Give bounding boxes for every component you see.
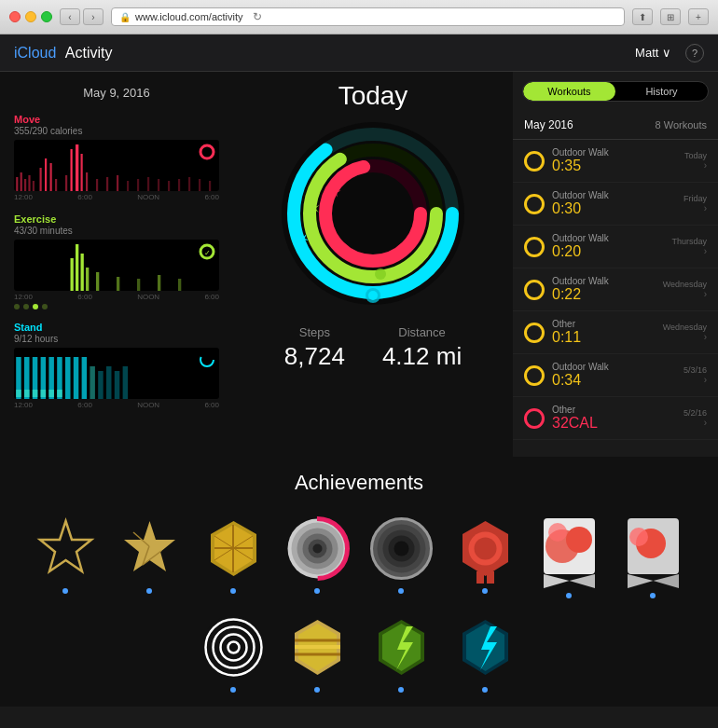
workout-time: 0:35 — [552, 158, 684, 174]
svg-marker-111 — [653, 574, 679, 588]
achievement-badge — [199, 514, 269, 584]
achievement-item[interactable] — [283, 514, 352, 598]
svg-rect-20 — [158, 179, 159, 191]
achievement-dot — [314, 588, 320, 594]
svg-point-58 — [200, 353, 214, 366]
svg-rect-50 — [115, 371, 120, 399]
svg-rect-27 — [71, 258, 74, 291]
svg-rect-99 — [476, 571, 484, 584]
svg-point-112 — [201, 616, 265, 680]
workout-item[interactable]: Other 0:11 Wednesday › — [513, 311, 718, 354]
svg-point-71 — [375, 268, 386, 280]
new-tab-button[interactable]: + — [688, 8, 709, 25]
achievement-badge — [366, 612, 436, 682]
reload-button[interactable]: ↻ — [253, 10, 262, 23]
svg-rect-2 — [24, 179, 26, 191]
center-panel: Today — [233, 72, 513, 457]
svg-point-104 — [548, 523, 567, 542]
svg-rect-29 — [81, 254, 84, 291]
svg-rect-32 — [117, 277, 119, 291]
workout-item[interactable]: Outdoor Walk 0:30 Friday › — [513, 183, 718, 226]
fullscreen-button[interactable]: ⊞ — [660, 8, 681, 25]
workout-date: Wednesday — [663, 323, 707, 332]
help-button[interactable]: ? — [685, 44, 704, 62]
share-button[interactable]: ⬆ — [632, 8, 653, 25]
achievement-item[interactable] — [31, 514, 101, 598]
svg-rect-15 — [106, 177, 108, 191]
steps-distance: Steps 8,724 Distance 4.12 mi — [284, 325, 462, 371]
workout-time: 0:11 — [552, 329, 663, 346]
activity-label: Activity — [65, 45, 113, 61]
left-panel: May 9, 2016 Move 355/290 calories — [0, 72, 233, 457]
stand-chart-labels: 12:006:00NOON6:00 — [14, 401, 219, 409]
move-chart-labels: 12:006:00NOON6:00 — [14, 193, 219, 201]
workout-item[interactable]: Other 32CAL 5/2/16 › — [513, 397, 718, 440]
address-bar[interactable]: 🔒 www.icloud.com/activity ↻ — [111, 7, 625, 26]
right-panel: Workouts History May 2016 8 Workouts Out… — [513, 72, 718, 457]
workout-type: Other — [552, 405, 683, 415]
workouts-tab[interactable]: Workouts — [523, 82, 615, 101]
svg-rect-11 — [76, 144, 78, 191]
steps-value: 8,724 — [284, 342, 345, 371]
top-section: May 9, 2016 Move 355/290 calories — [0, 72, 718, 457]
history-tab[interactable]: History — [615, 82, 708, 101]
workout-ring-icon — [524, 280, 545, 300]
achievement-item[interactable] — [283, 612, 352, 693]
exercise-section: Exercise 43/30 minutes — [14, 213, 219, 309]
workout-type: Outdoor Walk — [552, 233, 671, 243]
svg-rect-49 — [106, 366, 112, 399]
header-right: Matt ∨ ? — [635, 44, 704, 62]
achievement-dot — [566, 593, 572, 598]
svg-rect-35 — [178, 279, 181, 291]
workout-date: Today — [684, 151, 707, 160]
svg-rect-34 — [158, 275, 160, 291]
workout-type: Outdoor Walk — [552, 190, 683, 200]
achievement-item[interactable] — [366, 612, 436, 693]
forward-button[interactable]: › — [83, 8, 104, 25]
achievement-item[interactable] — [199, 612, 269, 693]
distance-value: 4.12 mi — [382, 342, 462, 371]
workout-type: Outdoor Walk — [552, 362, 683, 372]
svg-rect-22 — [178, 179, 180, 191]
svg-rect-25 — [209, 181, 211, 191]
achievement-dot — [230, 687, 236, 693]
close-button[interactable] — [9, 11, 21, 22]
exercise-chart-labels: 12:006:00NOON6:00 — [14, 293, 219, 301]
user-name[interactable]: Matt ∨ — [635, 46, 671, 60]
achievement-badge — [283, 612, 352, 682]
achievement-item[interactable] — [450, 612, 520, 693]
achievement-item[interactable] — [199, 514, 269, 598]
svg-text:✓: ✓ — [204, 249, 211, 257]
svg-marker-105 — [544, 574, 570, 588]
achievement-badge — [450, 612, 520, 682]
achievement-item[interactable] — [115, 514, 185, 598]
workout-item[interactable]: Outdoor Walk 0:35 Today › — [513, 140, 718, 183]
workout-item[interactable]: Outdoor Walk 0:22 Wednesday › — [513, 268, 718, 311]
achievement-item[interactable] — [534, 514, 604, 598]
exercise-value: 43/30 minutes — [14, 226, 219, 236]
svg-rect-55 — [41, 390, 47, 397]
svg-rect-6 — [45, 158, 47, 191]
workout-item[interactable]: Outdoor Walk 0:34 5/3/16 › — [513, 354, 718, 397]
achievement-item[interactable] — [450, 514, 520, 598]
back-button[interactable]: ‹ — [60, 8, 80, 25]
svg-rect-52 — [16, 390, 21, 397]
svg-rect-53 — [24, 390, 30, 397]
achievement-dot — [482, 687, 488, 693]
workout-time: 0:30 — [552, 200, 683, 217]
achievement-dot — [62, 588, 68, 594]
workout-date: 5/3/16 — [683, 365, 707, 375]
steps-stat: Steps 8,724 — [284, 325, 345, 371]
minimize-button[interactable] — [25, 11, 36, 22]
achievement-item[interactable] — [366, 514, 436, 598]
svg-rect-51 — [123, 366, 129, 399]
achievement-item[interactable] — [618, 514, 688, 598]
svg-point-94 — [394, 542, 408, 556]
workout-item[interactable]: Outdoor Walk 0:20 Thursday › — [513, 226, 718, 268]
app-header: iCloud Activity Matt ∨ ? — [0, 34, 718, 72]
svg-point-98 — [474, 538, 496, 560]
maximize-button[interactable] — [41, 11, 52, 22]
today-title: Today — [338, 81, 408, 111]
workout-info: Other 0:11 — [552, 319, 663, 346]
svg-rect-21 — [168, 181, 170, 191]
